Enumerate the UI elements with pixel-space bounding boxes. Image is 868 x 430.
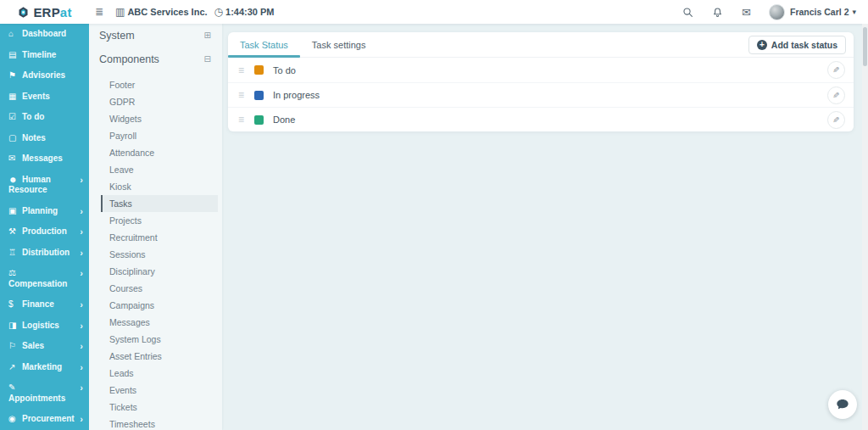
sidebar-item[interactable]: ✎Appointments › [0,377,89,409]
nav-item[interactable]: Attendance [89,144,222,161]
nav-item[interactable]: Tickets [89,399,222,416]
status-label: To do [273,65,296,75]
sidebar-item[interactable]: ♖Distribution › [0,243,89,264]
drag-handle-icon[interactable]: ≡ [238,64,244,76]
sidebar-item[interactable]: ◉Procurement › [0,409,89,430]
sidebar-item-label: Procurement [22,414,75,423]
sidebar-item-label: Messages [22,154,63,163]
nav-item[interactable]: Asset Entries [89,348,222,365]
expand-icon[interactable]: ⊞ [204,31,211,40]
collapse-icon[interactable]: ⊟ [204,54,211,64]
app-logo[interactable]: ERPat [0,5,89,20]
nav-section-system[interactable]: System ⊞ [89,24,222,47]
task-status-row: ≡ Done ✎ [228,107,854,131]
nav-item-label: Campaigns [109,300,154,310]
status-list: ≡ To do ✎ ≡ In progress ✎ [228,58,854,131]
sidebar-toggle-icon[interactable]: ≣ [95,6,103,18]
tab-task-status[interactable]: Task Status [228,32,300,57]
nav-item-label: Kiosk [109,181,131,192]
sidebar-item-label: Events [22,92,50,101]
nav-item[interactable]: Courses [89,280,222,297]
drag-handle-icon[interactable]: ≡ [238,89,244,101]
sidebar-item-icon: ▦ [8,92,22,103]
sidebar-item-label: Production [22,226,67,236]
scrollbar-thumb[interactable] [863,27,867,66]
sidebar-item[interactable]: ⌂Dashboard › [0,24,89,45]
company-name: ABC Services Inc. [127,7,207,17]
nav-item-label: Widgets [109,114,142,124]
sidebar-item[interactable]: ⚐Sales › [0,336,89,357]
clock-icon: ◷ [214,6,223,18]
chat-button[interactable] [828,390,857,419]
edit-status-button[interactable]: ✎ [827,61,845,79]
user-name[interactable]: Francis Carl 2 [790,7,849,17]
sidebar-item-icon: ▤ [8,50,22,61]
sidebar-item-icon: $ [8,299,22,310]
sidebar-item[interactable]: ⚖Compensation › [0,263,89,294]
sidebar-item-icon: ⚒ [8,226,22,237]
sidebar-item[interactable]: ✉Messages › [0,148,89,170]
nav-item[interactable]: Footer [89,76,222,93]
sidebar-item[interactable]: ☑To do › [0,107,89,128]
sidebar-item-icon: ⚑ [8,70,22,81]
nav-item-label: Tasks [109,198,132,209]
sidebar-item[interactable]: ↗Marketing › [0,357,89,378]
chevron-right-icon: › [80,299,83,311]
nav-item-label: Footer [109,80,135,90]
nav-item-label: Timesheets [109,419,155,429]
nav-item[interactable]: Leads [89,365,222,382]
nav-section-label: Components [99,53,159,65]
sidebar-item-icon: ⚐ [8,341,22,352]
sidebar-item[interactable]: ☻Human Resource › [0,170,89,201]
search-icon[interactable] [682,7,693,18]
nav-item[interactable]: Payroll [89,127,222,144]
sidebar-item[interactable]: ▤Timeline › [0,45,89,66]
status-color-swatch [254,65,264,75]
sidebar-item[interactable]: ◨Logistics › [0,316,89,337]
status-color-swatch [254,91,264,100]
nav-item[interactable]: Disciplinary [89,263,222,280]
page-scrollbar [862,24,868,430]
current-time: 1:44:30 PM [225,7,274,17]
tab-task-settings[interactable]: Task settings [300,32,378,57]
edit-status-button[interactable]: ✎ [827,87,845,104]
nav-item[interactable]: GDPR [89,93,222,110]
main-content: Task Status Task settings + Add task sta… [222,24,868,430]
sidebar-item[interactable]: ▢Notes › [0,128,89,149]
nav-item[interactable]: Campaigns [89,297,222,314]
chevron-right-icon: › [80,362,83,374]
tab-label: Task Status [240,40,288,50]
nav-item[interactable]: Events [89,382,222,399]
add-task-status-button[interactable]: + Add task status [748,36,846,54]
sidebar-item[interactable]: ⚒Production › [0,221,89,243]
nav-item-label: Courses [109,283,142,293]
nav-section-components[interactable]: Components ⊟ [89,47,222,71]
nav-section-label: System [99,30,135,42]
nav-item[interactable]: Widgets [89,110,222,127]
nav-item[interactable]: Tasks [101,195,218,212]
nav-item[interactable]: Leave [89,161,222,178]
drag-handle-icon[interactable]: ≡ [238,114,244,126]
edit-status-button[interactable]: ✎ [827,111,845,129]
nav-item[interactable]: Recruitment [89,229,222,246]
sidebar-item[interactable]: ▦Events › [0,87,89,108]
sidebar-item-label: Planning [22,206,58,215]
nav-item[interactable]: Messages [89,314,222,331]
sidebar-item[interactable]: ⚑Advisories › [0,65,89,87]
chevron-right-icon: › [80,341,83,353]
chevron-down-icon[interactable]: ▾ [852,8,856,16]
nav-item[interactable]: System Logs [89,331,222,348]
sidebar-item[interactable]: ▣Planning › [0,201,89,222]
nav-item[interactable]: Kiosk [89,178,222,195]
sidebar-item-icon: ▢ [8,133,22,144]
mail-icon[interactable]: ✉ [742,6,751,19]
tab-label: Task settings [312,40,366,50]
nav-item[interactable]: Timesheets [89,416,222,430]
pencil-icon: ✎ [832,115,839,125]
user-avatar[interactable] [769,4,785,20]
notifications-bell-icon[interactable] [712,7,723,18]
sidebar-item[interactable]: $Finance › [0,294,89,316]
nav-item-label: Leads [109,368,134,378]
nav-item[interactable]: Projects [89,212,222,229]
nav-item[interactable]: Sessions [89,246,222,263]
